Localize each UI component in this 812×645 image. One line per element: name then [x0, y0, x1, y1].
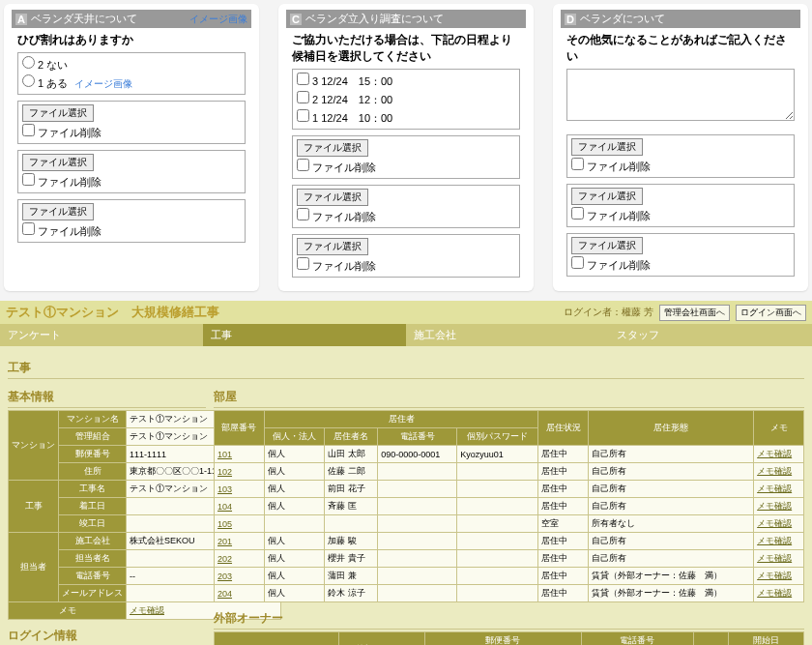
file-select-button[interactable]: ファイル選択 — [297, 238, 368, 255]
basic-label: 電話番号 — [59, 568, 127, 585]
file-delete-check[interactable]: ファイル削除 — [297, 257, 515, 274]
file-block: ファイル選択 ファイル削除 — [566, 134, 795, 178]
memo-link[interactable]: メモ確認 — [754, 585, 804, 602]
sec-owner: 外部オーナー — [214, 608, 804, 630]
basic-label: 住所 — [59, 463, 127, 481]
rooms-table: 部屋番号居住者居住状況居住形態メモ個人・法人居住者名電話番号個別パスワード101… — [214, 410, 804, 602]
sec-basic: 基本情報 — [8, 387, 206, 408]
card-d: Dベランダについて その他気になることがあればご記入ください ファイル選択 ファ… — [553, 4, 808, 291]
file-block: ファイル選択 ファイル削除 — [292, 135, 520, 179]
room-row: 202個人櫻井 貴子居住中自己所有メモ確認 — [215, 550, 804, 568]
memo-link[interactable]: メモ確認 — [754, 515, 804, 533]
page-title: テスト①マンション 大規模修繕工事 — [6, 304, 219, 321]
memo-label: メモ — [9, 602, 127, 620]
memo-link[interactable]: メモ確認 — [754, 463, 804, 481]
memo-link[interactable]: メモ確認 — [754, 446, 804, 463]
basic-label: 竣工日 — [59, 515, 127, 533]
file-delete-check[interactable]: ファイル削除 — [571, 256, 790, 273]
basic-group: マンション — [9, 411, 59, 481]
file-select-button[interactable]: ファイル選択 — [297, 139, 368, 157]
question-c: ご協力いただける場合は、下記の日程より候補日を選択してください — [286, 28, 526, 67]
file-delete-check[interactable]: ファイル削除 — [22, 173, 241, 190]
opt-a-0[interactable]: 2 ない — [22, 55, 241, 73]
room-no[interactable]: 101 — [215, 446, 265, 463]
card-d-title: ベランダについて — [580, 12, 665, 26]
basic-label: メールアドレス — [59, 585, 127, 602]
basic-label: マンション名 — [59, 411, 127, 428]
memo-link[interactable]: メモ確認 — [754, 498, 804, 515]
login-user: ログイン者：權藤 芳 — [564, 306, 653, 319]
file-block: ファイル選択 ファイル削除 — [566, 184, 795, 227]
nav-admin-button[interactable]: 管理会社画面へ — [659, 305, 730, 321]
file-delete-check[interactable]: ファイル削除 — [297, 159, 515, 175]
file-delete-check[interactable]: ファイル削除 — [571, 207, 790, 223]
image-link[interactable]: イメージ画像 — [74, 78, 132, 89]
memo-link[interactable]: メモ確認 — [754, 550, 804, 568]
tab-contractor[interactable]: 施工会社 — [406, 324, 609, 346]
options-a: 2 ない 1 ある イメージ画像 — [17, 52, 246, 95]
file-select-button[interactable]: ファイル選択 — [22, 203, 94, 220]
room-row: 101個人山田 太郎090-0000-0001Kyozyuu01居住中自己所有メ… — [215, 446, 804, 463]
file-select-button[interactable]: ファイル選択 — [22, 154, 94, 171]
memo-link[interactable]: メモ確認 — [754, 568, 804, 585]
file-delete-check[interactable]: ファイル削除 — [22, 222, 241, 239]
memo-link[interactable]: メモ確認 — [754, 533, 804, 550]
tab-survey[interactable]: アンケート — [0, 324, 203, 346]
opt-c-0[interactable]: 3 12/24 15：00 — [297, 72, 515, 90]
file-delete-check[interactable]: ファイル削除 — [22, 124, 241, 140]
basic-label: 施工会社 — [59, 533, 127, 550]
page-heading: 工事 — [8, 358, 804, 379]
room-row: 104個人斉藤 匡居住中自己所有メモ確認 — [215, 498, 804, 515]
file-block: ファイル選択 ファイル削除 — [17, 101, 246, 144]
sec-login: ログイン情報 — [8, 626, 206, 645]
basic-label: 管理組合 — [59, 428, 127, 446]
card-c: Cベランダ立入り調査について ご協力いただける場合は、下記の日程より候補日を選択… — [278, 4, 534, 291]
room-no[interactable]: 103 — [215, 481, 265, 498]
owner-table: ログインパスワード外部オーナー郵便番号電話番号メモ開始日住所メールアドレス終了日… — [214, 631, 804, 645]
room-row: 102個人佐藤 二郎居住中自己所有メモ確認 — [215, 463, 804, 481]
file-block: ファイル選択 ファイル削除 — [566, 233, 795, 277]
file-select-button[interactable]: ファイル選択 — [22, 104, 94, 122]
basic-label: 担当者名 — [59, 550, 127, 568]
sec-rooms: 部屋 — [214, 387, 804, 408]
memo-link[interactable]: メモ確認 — [754, 481, 804, 498]
room-no[interactable]: 204 — [215, 585, 265, 602]
tab-construction[interactable]: 工事 — [203, 324, 406, 346]
room-no[interactable]: 201 — [215, 533, 265, 550]
file-select-button[interactable]: ファイル選択 — [297, 189, 368, 206]
nav-login-button[interactable]: ログイン画面へ — [736, 305, 806, 321]
room-no[interactable]: 203 — [215, 568, 265, 585]
basic-label: 着工日 — [59, 498, 127, 515]
file-block: ファイル選択 ファイル削除 — [17, 150, 246, 193]
question-d: その他気になることがあればご記入ください — [561, 28, 800, 67]
room-row: 105空室所有者なしメモ確認 — [215, 515, 804, 533]
card-c-title: ベランダ立入り調査について — [305, 12, 444, 26]
basic-group: 工事 — [9, 481, 59, 533]
options-c: 3 12/24 15：00 2 12/24 12：00 1 12/24 10：0… — [292, 69, 520, 130]
room-no[interactable]: 202 — [215, 550, 265, 568]
file-delete-check[interactable]: ファイル削除 — [571, 158, 790, 174]
tab-staff[interactable]: スタッフ — [609, 324, 812, 346]
opt-c-1[interactable]: 2 12/24 12：00 — [297, 90, 515, 108]
image-link[interactable]: イメージ画像 — [189, 13, 247, 26]
room-row: 201個人加藤 駿居住中自己所有メモ確認 — [215, 533, 804, 550]
question-a: ひび割れはありますか — [12, 28, 251, 50]
room-no[interactable]: 105 — [215, 515, 265, 533]
room-no[interactable]: 102 — [215, 463, 265, 481]
opt-a-1[interactable]: 1 ある イメージ画像 — [22, 73, 241, 92]
card-a-tag: A — [15, 14, 27, 25]
basic-label: 郵便番号 — [59, 446, 127, 463]
card-a-title: ベランダ天井について — [31, 12, 137, 26]
file-block: ファイル選択 ファイル削除 — [292, 185, 520, 228]
basic-group: 担当者 — [9, 533, 59, 602]
file-select-button[interactable]: ファイル選択 — [571, 188, 643, 205]
file-select-button[interactable]: ファイル選択 — [571, 237, 643, 254]
opt-c-2[interactable]: 1 12/24 10：00 — [297, 108, 515, 127]
freetext-d[interactable] — [566, 69, 795, 121]
card-d-tag: D — [565, 14, 576, 25]
room-row: 204個人鈴木 涼子居住中賃貸（外部オーナー：佐藤 満）メモ確認 — [215, 585, 804, 602]
card-c-tag: C — [290, 14, 302, 25]
file-delete-check[interactable]: ファイル削除 — [297, 208, 515, 224]
room-no[interactable]: 104 — [215, 498, 265, 515]
file-select-button[interactable]: ファイル選択 — [571, 138, 643, 156]
